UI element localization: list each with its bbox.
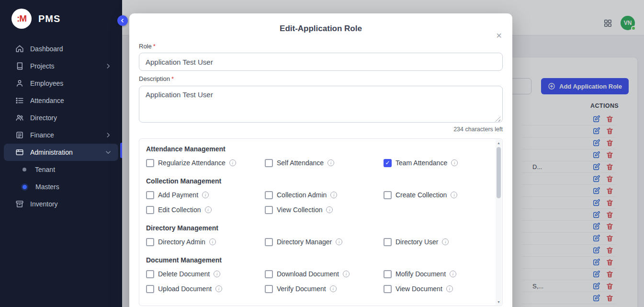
checkbox[interactable] bbox=[384, 238, 392, 246]
checkbox[interactable] bbox=[265, 285, 273, 293]
app-name: PMS bbox=[38, 13, 60, 24]
sidebar-item-finance[interactable]: Finance bbox=[4, 126, 118, 144]
required-asterisk: * bbox=[171, 75, 174, 82]
checkbox[interactable] bbox=[384, 270, 392, 278]
permission-section-directory-management: Directory ManagementDirectory AdminiDire… bbox=[146, 224, 488, 246]
chevron-right-icon bbox=[105, 63, 112, 69]
person-icon bbox=[15, 79, 24, 88]
sidebar-collapse-button[interactable] bbox=[117, 15, 128, 26]
checkbox[interactable]: ✓ bbox=[384, 159, 392, 167]
close-icon[interactable]: × bbox=[496, 31, 502, 40]
permission-edit-collection[interactable]: Edit Collectioni bbox=[146, 205, 265, 214]
section-title: Document Management bbox=[146, 256, 488, 264]
sidebar-item-masters[interactable]: Masters bbox=[4, 178, 118, 195]
checkbox[interactable] bbox=[265, 238, 273, 246]
app-logo: :M bbox=[11, 9, 32, 29]
checkbox[interactable] bbox=[146, 191, 154, 199]
permission-self-attendance[interactable]: Self Attendancei bbox=[265, 159, 384, 167]
scroll-up-arrow-icon[interactable]: ▲ bbox=[496, 139, 502, 146]
sidebar-item-label: Masters bbox=[35, 183, 112, 191]
permission-add-payment[interactable]: Add Paymenti bbox=[146, 191, 265, 199]
permissions-grid: Regularize AttendanceiSelf Attendancei✓T… bbox=[146, 159, 488, 167]
permission-download-document[interactable]: Download Documenti bbox=[265, 270, 384, 278]
info-icon: i bbox=[450, 271, 456, 277]
checkbox[interactable] bbox=[146, 285, 154, 293]
checkbox[interactable] bbox=[146, 206, 154, 214]
info-icon: i bbox=[214, 271, 220, 277]
sidebar-item-tenant[interactable]: Tenant bbox=[4, 161, 118, 178]
permission-team-attendance[interactable]: ✓Team Attendancei bbox=[384, 159, 488, 167]
permission-delete-document[interactable]: Delete Documenti bbox=[146, 270, 265, 278]
sidebar-item-directory[interactable]: Directory bbox=[4, 109, 118, 126]
permissions-list: Attendance ManagementRegularize Attendan… bbox=[146, 145, 488, 293]
permission-label: Directory User bbox=[395, 238, 438, 246]
inventory-icon bbox=[15, 200, 24, 208]
info-icon: i bbox=[451, 192, 457, 198]
permission-label: Directory Manager bbox=[277, 238, 332, 246]
permission-mofify-document[interactable]: Mofify Documenti bbox=[384, 270, 488, 278]
checkbox[interactable] bbox=[146, 270, 154, 278]
checkbox[interactable] bbox=[265, 159, 273, 167]
permission-label: Create Collection bbox=[395, 191, 447, 199]
edit-application-role-modal: Edit-Application Role × Role* Descriptio… bbox=[129, 13, 512, 307]
sidebar-item-label: Dashboard bbox=[30, 45, 112, 53]
info-icon: i bbox=[205, 206, 212, 213]
sidebar-item-label: Employees bbox=[30, 80, 112, 87]
checkbox[interactable] bbox=[384, 285, 392, 293]
info-icon: i bbox=[209, 239, 216, 245]
permission-view-document[interactable]: View Documenti bbox=[384, 284, 488, 293]
permission-verify-document[interactable]: Verify Documenti bbox=[265, 284, 384, 293]
permission-label: Download Document bbox=[277, 270, 339, 278]
checkbox[interactable] bbox=[265, 191, 273, 199]
permission-directory-admin[interactable]: Directory Admini bbox=[146, 238, 265, 246]
checkbox[interactable] bbox=[384, 191, 392, 199]
section-title: Directory Management bbox=[146, 224, 488, 232]
permissions-panel: Attendance ManagementRegularize Attendan… bbox=[139, 138, 503, 306]
permission-upload-document[interactable]: Upload Documenti bbox=[146, 284, 265, 293]
permission-label: Delete Document bbox=[158, 270, 210, 278]
permission-label: Team Attendance bbox=[395, 159, 447, 167]
sidebar-item-dashboard[interactable]: Dashboard bbox=[4, 40, 118, 57]
chevron-left-icon bbox=[120, 18, 125, 23]
brand: :M PMS bbox=[0, 0, 122, 38]
sidebar-item-projects[interactable]: Projects bbox=[4, 57, 118, 75]
info-icon: i bbox=[328, 159, 334, 166]
info-icon: i bbox=[330, 192, 337, 198]
info-icon: i bbox=[326, 206, 333, 213]
sidebar-item-attendance[interactable]: Attendance bbox=[4, 92, 118, 109]
required-asterisk: * bbox=[153, 43, 156, 50]
permission-directory-manager[interactable]: Directory Manageri bbox=[265, 238, 384, 246]
active-item-indicator bbox=[120, 143, 122, 158]
permission-directory-user[interactable]: Directory Useri bbox=[384, 238, 488, 246]
scrollbar[interactable]: ▲ ▼ bbox=[496, 139, 502, 305]
info-icon: i bbox=[330, 285, 337, 292]
sidebar-item-label: Directory bbox=[30, 114, 112, 122]
role-input[interactable] bbox=[139, 53, 503, 71]
permission-regularize-attendance[interactable]: Regularize Attendancei bbox=[146, 159, 265, 167]
permission-collection-admin[interactable]: Collection Admini bbox=[265, 191, 384, 199]
permissions-grid: Delete DocumentiDownload DocumentiMofify… bbox=[146, 270, 488, 293]
info-icon: i bbox=[229, 159, 236, 166]
chevron-down-icon bbox=[105, 149, 112, 156]
checkbox[interactable] bbox=[146, 238, 154, 246]
info-icon: i bbox=[442, 239, 449, 245]
info-icon: i bbox=[446, 285, 453, 292]
description-textarea[interactable]: Application Test User bbox=[139, 86, 503, 123]
info-icon: i bbox=[336, 239, 342, 245]
checkbox[interactable] bbox=[146, 159, 154, 167]
info-icon: i bbox=[343, 271, 350, 277]
sidebar-item-inventory[interactable]: Inventory bbox=[4, 195, 118, 213]
scrollbar-thumb[interactable] bbox=[497, 147, 501, 198]
permission-create-collection[interactable]: Create Collectioni bbox=[384, 191, 488, 199]
checkbox[interactable] bbox=[265, 206, 273, 214]
sidebar-item-administration[interactable]: Administration bbox=[4, 144, 118, 161]
permission-label: Add Payment bbox=[158, 191, 198, 199]
checkbox[interactable] bbox=[265, 270, 273, 278]
permission-label: View Document bbox=[395, 285, 442, 293]
sidebar-item-label: Administration bbox=[30, 148, 99, 156]
scroll-down-arrow-icon[interactable]: ▼ bbox=[496, 298, 502, 305]
permission-view-collection[interactable]: View Collectioni bbox=[265, 205, 384, 214]
permission-label: Verify Document bbox=[277, 285, 326, 293]
sidebar-item-employees[interactable]: Employees bbox=[4, 75, 118, 92]
home-icon bbox=[15, 45, 24, 53]
